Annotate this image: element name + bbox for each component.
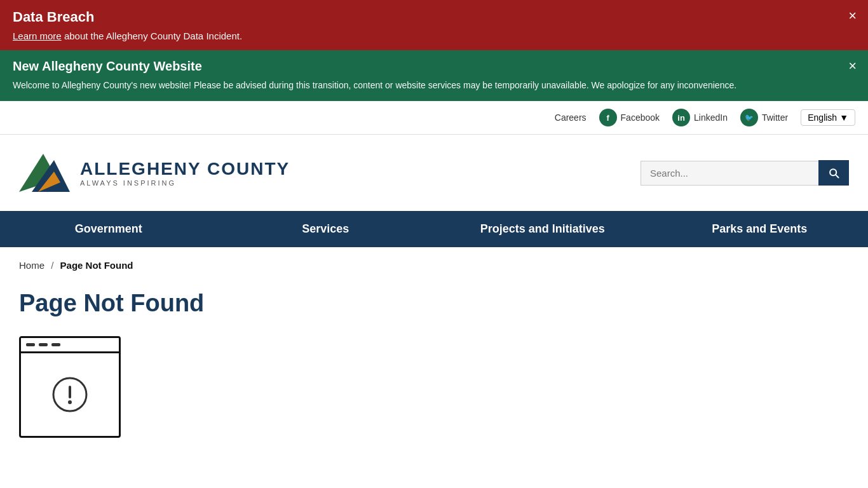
tagline: ALWAYS INSPIRING bbox=[80, 179, 290, 187]
language-label: English bbox=[808, 112, 837, 123]
county-name: ALLEGHENY COUNTY bbox=[80, 159, 290, 179]
breadcrumb: Home / Page Not Found bbox=[0, 247, 868, 277]
twitter-icon: 🐦 bbox=[740, 109, 758, 126]
main-nav: Government Services Projects and Initiat… bbox=[0, 211, 868, 247]
data-breach-title: Data Breach bbox=[13, 9, 855, 25]
new-website-banner: New Allegheny County Website Welcome to … bbox=[0, 50, 868, 101]
site-header: ALLEGHENY COUNTY ALWAYS INSPIRING bbox=[0, 135, 868, 211]
nav-parks[interactable]: Parks and Events bbox=[651, 211, 869, 247]
facebook-label: Facebook bbox=[621, 112, 660, 123]
svg-point-5 bbox=[68, 400, 72, 404]
error-circle-icon bbox=[51, 376, 89, 414]
facebook-link[interactable]: f Facebook bbox=[599, 109, 660, 126]
twitter-label: Twitter bbox=[762, 112, 788, 123]
new-website-close-button[interactable]: × bbox=[848, 59, 857, 73]
nav-government[interactable]: Government bbox=[0, 211, 217, 247]
linkedin-label: LinkedIn bbox=[694, 112, 728, 123]
new-website-body: Welcome to Allegheny County's new websit… bbox=[13, 79, 813, 92]
logo-area: ALLEGHENY COUNTY ALWAYS INSPIRING bbox=[19, 147, 290, 198]
data-breach-link[interactable]: Learn more bbox=[13, 30, 62, 41]
browser-dash-2 bbox=[39, 343, 48, 346]
facebook-icon: f bbox=[599, 109, 617, 126]
data-breach-close-button[interactable]: × bbox=[848, 9, 857, 23]
search-input[interactable] bbox=[641, 161, 818, 186]
language-arrow: ▼ bbox=[839, 112, 848, 123]
breadcrumb-separator: / bbox=[51, 260, 53, 271]
twitter-link[interactable]: 🐦 Twitter bbox=[740, 109, 788, 126]
data-breach-body: Learn more about the Allegheny County Da… bbox=[13, 30, 855, 41]
linkedin-icon: in bbox=[672, 109, 690, 126]
browser-bar bbox=[21, 338, 119, 353]
breadcrumb-home[interactable]: Home bbox=[19, 260, 44, 271]
browser-dash-1 bbox=[26, 343, 35, 346]
utility-bar: Careers f Facebook in LinkedIn 🐦 Twitter… bbox=[0, 101, 868, 135]
search-area bbox=[641, 160, 849, 186]
nav-services[interactable]: Services bbox=[217, 211, 435, 247]
data-breach-body-text: about the Allegheny County Data Incident… bbox=[64, 30, 242, 41]
not-found-illustration bbox=[19, 336, 121, 438]
data-breach-banner: Data Breach Learn more about the Alleghe… bbox=[0, 0, 868, 50]
search-icon bbox=[827, 166, 840, 179]
new-website-title: New Allegheny County Website bbox=[13, 59, 855, 74]
language-selector[interactable]: English ▼ bbox=[801, 109, 855, 126]
linkedin-link[interactable]: in LinkedIn bbox=[672, 109, 728, 126]
page-title: Page Not Found bbox=[19, 290, 849, 317]
browser-body bbox=[21, 353, 119, 436]
logo-icon bbox=[19, 147, 70, 198]
careers-link[interactable]: Careers bbox=[555, 112, 587, 123]
careers-label: Careers bbox=[555, 112, 587, 123]
search-button[interactable] bbox=[818, 160, 849, 186]
logo-text: ALLEGHENY COUNTY ALWAYS INSPIRING bbox=[80, 159, 290, 187]
page-content: Page Not Found bbox=[0, 277, 868, 451]
nav-projects[interactable]: Projects and Initiatives bbox=[434, 211, 651, 247]
breadcrumb-current: Page Not Found bbox=[60, 260, 133, 271]
browser-dash-3 bbox=[51, 343, 60, 346]
